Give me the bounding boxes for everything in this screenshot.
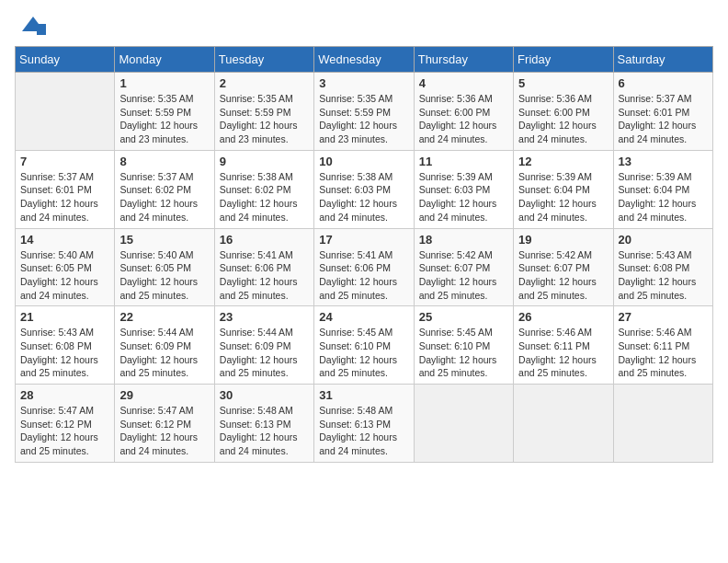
calendar-cell: 1Sunrise: 5:35 AM Sunset: 5:59 PM Daylig… bbox=[115, 73, 214, 151]
day-info: Sunrise: 5:35 AM Sunset: 5:59 PM Dayligh… bbox=[319, 92, 408, 146]
calendar-cell: 19Sunrise: 5:42 AM Sunset: 6:07 PM Dayli… bbox=[514, 228, 613, 306]
day-number: 19 bbox=[518, 233, 608, 247]
day-number: 11 bbox=[419, 155, 508, 168]
calendar-cell: 10Sunrise: 5:38 AM Sunset: 6:03 PM Dayli… bbox=[314, 150, 414, 228]
calendar-cell: 22Sunrise: 5:44 AM Sunset: 6:09 PM Dayli… bbox=[115, 306, 214, 385]
day-info: Sunrise: 5:41 AM Sunset: 6:06 PM Dayligh… bbox=[319, 248, 408, 303]
col-header-monday: Monday bbox=[115, 47, 214, 73]
calendar-cell: 23Sunrise: 5:44 AM Sunset: 6:09 PM Dayli… bbox=[214, 306, 313, 385]
calendar-cell bbox=[414, 385, 513, 463]
calendar-cell: 18Sunrise: 5:42 AM Sunset: 6:07 PM Dayli… bbox=[414, 228, 513, 306]
calendar-cell: 21Sunrise: 5:43 AM Sunset: 6:08 PM Dayli… bbox=[16, 306, 115, 385]
logo-icon bbox=[20, 15, 46, 35]
day-number: 10 bbox=[319, 155, 408, 168]
day-info: Sunrise: 5:36 AM Sunset: 6:00 PM Dayligh… bbox=[518, 92, 608, 146]
day-info: Sunrise: 5:35 AM Sunset: 5:59 PM Dayligh… bbox=[220, 92, 309, 146]
page-header bbox=[15, 15, 713, 35]
day-info: Sunrise: 5:41 AM Sunset: 6:06 PM Dayligh… bbox=[220, 248, 309, 303]
week-row-1: 1Sunrise: 5:35 AM Sunset: 5:59 PM Daylig… bbox=[16, 73, 713, 151]
calendar-cell: 31Sunrise: 5:48 AM Sunset: 6:13 PM Dayli… bbox=[314, 385, 414, 463]
day-info: Sunrise: 5:37 AM Sunset: 6:01 PM Dayligh… bbox=[619, 92, 708, 146]
col-header-tuesday: Tuesday bbox=[214, 47, 313, 73]
day-number: 18 bbox=[419, 233, 508, 247]
day-info: Sunrise: 5:40 AM Sunset: 6:05 PM Dayligh… bbox=[119, 248, 209, 303]
day-number: 27 bbox=[619, 310, 708, 324]
calendar-cell: 28Sunrise: 5:47 AM Sunset: 6:12 PM Dayli… bbox=[16, 385, 115, 463]
day-info: Sunrise: 5:37 AM Sunset: 6:02 PM Dayligh… bbox=[119, 170, 209, 224]
day-number: 16 bbox=[220, 233, 309, 247]
day-info: Sunrise: 5:48 AM Sunset: 6:13 PM Dayligh… bbox=[319, 404, 408, 458]
day-info: Sunrise: 5:46 AM Sunset: 6:11 PM Dayligh… bbox=[518, 326, 608, 380]
day-number: 9 bbox=[220, 155, 309, 168]
day-number: 30 bbox=[220, 388, 309, 402]
day-info: Sunrise: 5:37 AM Sunset: 6:01 PM Dayligh… bbox=[20, 170, 109, 224]
day-info: Sunrise: 5:36 AM Sunset: 6:00 PM Dayligh… bbox=[419, 92, 508, 146]
day-number: 24 bbox=[319, 310, 408, 324]
day-number: 17 bbox=[319, 233, 408, 247]
col-header-friday: Friday bbox=[514, 47, 613, 73]
day-info: Sunrise: 5:40 AM Sunset: 6:05 PM Dayligh… bbox=[20, 248, 109, 303]
day-info: Sunrise: 5:39 AM Sunset: 6:04 PM Dayligh… bbox=[619, 170, 708, 224]
calendar-cell: 15Sunrise: 5:40 AM Sunset: 6:05 PM Dayli… bbox=[115, 228, 214, 306]
day-number: 26 bbox=[518, 310, 608, 324]
calendar-cell: 9Sunrise: 5:38 AM Sunset: 6:02 PM Daylig… bbox=[214, 150, 313, 228]
day-number: 25 bbox=[419, 310, 508, 324]
calendar-cell: 30Sunrise: 5:48 AM Sunset: 6:13 PM Dayli… bbox=[214, 385, 313, 463]
col-header-wednesday: Wednesday bbox=[314, 47, 414, 73]
calendar-cell: 17Sunrise: 5:41 AM Sunset: 6:06 PM Dayli… bbox=[314, 228, 414, 306]
calendar-cell: 24Sunrise: 5:45 AM Sunset: 6:10 PM Dayli… bbox=[314, 306, 414, 385]
day-info: Sunrise: 5:42 AM Sunset: 6:07 PM Dayligh… bbox=[518, 248, 608, 303]
calendar-cell: 27Sunrise: 5:46 AM Sunset: 6:11 PM Dayli… bbox=[613, 306, 712, 385]
day-info: Sunrise: 5:39 AM Sunset: 6:03 PM Dayligh… bbox=[419, 170, 508, 224]
day-number: 3 bbox=[319, 76, 408, 90]
header-row: SundayMondayTuesdayWednesdayThursdayFrid… bbox=[16, 47, 713, 73]
logo bbox=[15, 15, 46, 35]
day-number: 21 bbox=[20, 310, 109, 324]
day-number: 15 bbox=[119, 233, 209, 247]
day-info: Sunrise: 5:48 AM Sunset: 6:13 PM Dayligh… bbox=[220, 404, 309, 458]
calendar-cell: 25Sunrise: 5:45 AM Sunset: 6:10 PM Dayli… bbox=[414, 306, 513, 385]
calendar-cell: 8Sunrise: 5:37 AM Sunset: 6:02 PM Daylig… bbox=[115, 150, 214, 228]
week-row-4: 21Sunrise: 5:43 AM Sunset: 6:08 PM Dayli… bbox=[16, 306, 713, 385]
day-number: 8 bbox=[119, 155, 209, 168]
day-number: 5 bbox=[518, 76, 608, 90]
svg-rect-1 bbox=[37, 24, 46, 35]
col-header-saturday: Saturday bbox=[613, 47, 712, 73]
calendar-table: SundayMondayTuesdayWednesdayThursdayFrid… bbox=[15, 46, 713, 463]
calendar-cell: 29Sunrise: 5:47 AM Sunset: 6:12 PM Dayli… bbox=[115, 385, 214, 463]
day-number: 6 bbox=[619, 76, 708, 90]
day-info: Sunrise: 5:42 AM Sunset: 6:07 PM Dayligh… bbox=[419, 248, 508, 303]
day-number: 7 bbox=[20, 155, 109, 168]
calendar-cell bbox=[514, 385, 613, 463]
day-number: 31 bbox=[319, 388, 408, 402]
day-info: Sunrise: 5:38 AM Sunset: 6:03 PM Dayligh… bbox=[319, 170, 408, 224]
calendar-cell: 12Sunrise: 5:39 AM Sunset: 6:04 PM Dayli… bbox=[514, 150, 613, 228]
day-number: 29 bbox=[119, 388, 209, 402]
day-number: 20 bbox=[619, 233, 708, 247]
day-info: Sunrise: 5:44 AM Sunset: 6:09 PM Dayligh… bbox=[220, 326, 309, 380]
week-row-2: 7Sunrise: 5:37 AM Sunset: 6:01 PM Daylig… bbox=[16, 150, 713, 228]
calendar-cell bbox=[16, 73, 115, 151]
calendar-cell: 2Sunrise: 5:35 AM Sunset: 5:59 PM Daylig… bbox=[214, 73, 313, 151]
day-number: 12 bbox=[518, 155, 608, 168]
day-info: Sunrise: 5:35 AM Sunset: 5:59 PM Dayligh… bbox=[119, 92, 209, 146]
day-info: Sunrise: 5:45 AM Sunset: 6:10 PM Dayligh… bbox=[419, 326, 508, 380]
week-row-3: 14Sunrise: 5:40 AM Sunset: 6:05 PM Dayli… bbox=[16, 228, 713, 306]
day-number: 22 bbox=[119, 310, 209, 324]
day-number: 1 bbox=[119, 76, 209, 90]
calendar-cell: 7Sunrise: 5:37 AM Sunset: 6:01 PM Daylig… bbox=[16, 150, 115, 228]
calendar-cell: 20Sunrise: 5:43 AM Sunset: 6:08 PM Dayli… bbox=[613, 228, 712, 306]
day-info: Sunrise: 5:47 AM Sunset: 6:12 PM Dayligh… bbox=[20, 404, 109, 458]
calendar-cell: 6Sunrise: 5:37 AM Sunset: 6:01 PM Daylig… bbox=[613, 73, 712, 151]
calendar-cell bbox=[613, 385, 712, 463]
week-row-5: 28Sunrise: 5:47 AM Sunset: 6:12 PM Dayli… bbox=[16, 385, 713, 463]
col-header-thursday: Thursday bbox=[414, 47, 513, 73]
calendar-cell: 5Sunrise: 5:36 AM Sunset: 6:00 PM Daylig… bbox=[514, 73, 613, 151]
calendar-cell: 4Sunrise: 5:36 AM Sunset: 6:00 PM Daylig… bbox=[414, 73, 513, 151]
calendar-cell: 13Sunrise: 5:39 AM Sunset: 6:04 PM Dayli… bbox=[613, 150, 712, 228]
day-info: Sunrise: 5:44 AM Sunset: 6:09 PM Dayligh… bbox=[119, 326, 209, 380]
calendar-cell: 14Sunrise: 5:40 AM Sunset: 6:05 PM Dayli… bbox=[16, 228, 115, 306]
day-number: 2 bbox=[220, 76, 309, 90]
day-info: Sunrise: 5:43 AM Sunset: 6:08 PM Dayligh… bbox=[619, 248, 708, 303]
day-info: Sunrise: 5:46 AM Sunset: 6:11 PM Dayligh… bbox=[619, 326, 708, 380]
